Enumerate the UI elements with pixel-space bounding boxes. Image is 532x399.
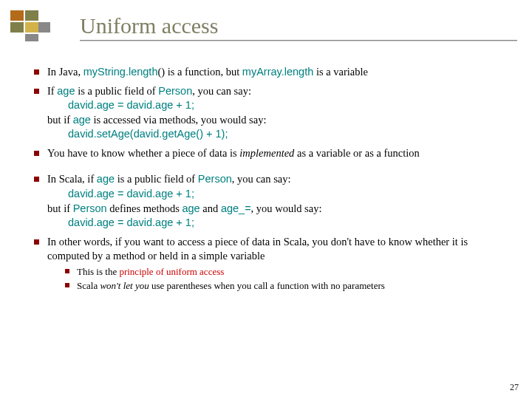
page-number: 27 <box>510 382 519 393</box>
slide-title: Uniform access <box>80 13 517 38</box>
slide-body: In Java, myString.length() is a function… <box>30 65 510 297</box>
bullet-5: In other words, if you want to access a … <box>47 235 510 293</box>
sub-bullet-1: This is the principle of uniform access <box>77 265 510 279</box>
bullet-3: You have to know whether a piece of data… <box>47 146 510 161</box>
bullet-1: In Java, myString.length() is a function… <box>47 65 510 80</box>
title-underline <box>80 40 517 41</box>
corner-decoration <box>10 10 52 43</box>
bullet-2: If age is a public field of Person, you … <box>47 84 510 142</box>
bullet-4: In Scala, if age is a public field of Pe… <box>47 172 510 230</box>
sub-bullet-2: Scala won't let you use parentheses when… <box>77 279 510 293</box>
